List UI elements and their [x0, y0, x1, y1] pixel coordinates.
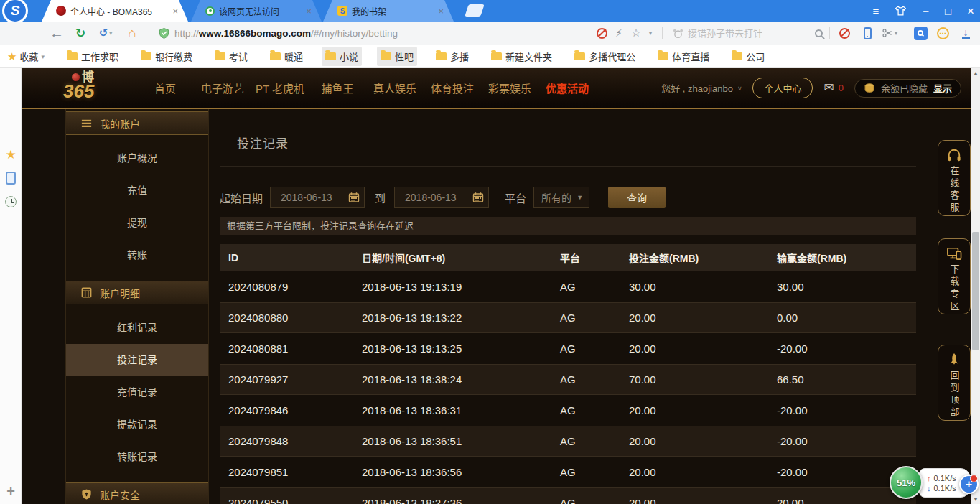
- search-input[interactable]: [688, 24, 806, 42]
- add-panel-icon[interactable]: +: [0, 483, 22, 500]
- sidebar-item-withdrawal-records[interactable]: 提款记录: [66, 409, 208, 441]
- bookmark-folder[interactable]: 性吧: [377, 47, 417, 66]
- menu-icon[interactable]: ≡: [872, 6, 879, 17]
- end-date-picker[interactable]: [394, 187, 489, 208]
- scrollbar-thumb[interactable]: [972, 232, 979, 350]
- sidebar-section-account-details[interactable]: 账户明细: [66, 281, 208, 304]
- bookmark-folder[interactable]: 多播代理公: [571, 47, 639, 66]
- nav-item-live-casino[interactable]: 真人娱乐: [366, 80, 424, 95]
- quick-add-button[interactable]: +: [959, 475, 979, 494]
- bookmark-folder[interactable]: 新建文件夹: [487, 47, 556, 66]
- bookmark-folder[interactable]: 考试: [211, 47, 251, 66]
- sidebar-section-account-security[interactable]: 账户安全: [66, 482, 208, 504]
- bookmark-folder[interactable]: 暖通: [266, 47, 307, 66]
- calendar-icon[interactable]: [472, 192, 484, 205]
- star-caret-icon[interactable]: ▾: [645, 22, 655, 45]
- search-icon[interactable]: [811, 22, 826, 45]
- bookmark-star-icon[interactable]: ☆: [629, 22, 643, 45]
- tab-title: 个人中心 - BOMA365_: [70, 5, 167, 17]
- refresh-icon[interactable]: ↻: [72, 22, 89, 45]
- online-service-button[interactable]: 在线客服: [938, 140, 971, 216]
- back-icon[interactable]: ←: [47, 22, 66, 45]
- close-button[interactable]: ×: [967, 5, 974, 17]
- platform-select[interactable]: 所有的 ▼: [533, 187, 589, 208]
- bookmark-folder[interactable]: 多播: [432, 47, 472, 66]
- home-icon[interactable]: ⌂: [123, 22, 141, 45]
- maximize-button[interactable]: □: [945, 6, 951, 17]
- sidebar-item-transfer[interactable]: 转账: [66, 239, 208, 271]
- back-to-top-button[interactable]: 回到顶部: [938, 345, 971, 421]
- tab-page-unreachable[interactable]: 该网页无法访问 ×: [191, 0, 322, 22]
- download-icon[interactable]: ↓: [958, 22, 974, 45]
- query-button[interactable]: 查询: [608, 187, 666, 208]
- user-greeting[interactable]: 您好 , zhaojianbo ∨: [661, 81, 742, 95]
- minimize-button[interactable]: −: [923, 6, 929, 17]
- tab-close-icon[interactable]: ×: [171, 6, 179, 17]
- device-panel-icon[interactable]: [0, 172, 22, 185]
- bookmark-folder[interactable]: 工作求职: [63, 47, 122, 66]
- site-logo[interactable]: 博 365: [63, 71, 131, 101]
- favorites-menu[interactable]: ★ 收藏 ▾: [7, 50, 45, 63]
- nav-item-home[interactable]: 首页: [136, 80, 194, 95]
- new-tab-button[interactable]: [465, 4, 485, 17]
- nav-item-lottery[interactable]: 彩票娱乐: [481, 80, 538, 95]
- cell-datetime: 2018-06-13 18:36:31: [353, 404, 551, 416]
- sidebar-item-withdraw[interactable]: 提现: [66, 207, 208, 239]
- sidebar-item-betting-records[interactable]: 投注记录: [66, 344, 208, 376]
- tab-bookshelf[interactable]: S 我的书架 ×: [323, 0, 454, 22]
- calendar-icon[interactable]: [348, 192, 360, 205]
- favorites-label: 收藏: [19, 50, 38, 63]
- screenshot-scissors-icon[interactable]: ▾: [880, 22, 899, 45]
- nav-item-fishing[interactable]: 捕鱼王: [309, 80, 366, 95]
- tab-personal-center[interactable]: 个人中心 - BOMA365_ ×: [42, 0, 188, 22]
- personal-center-button[interactable]: 个人中心: [752, 78, 813, 98]
- adblock-icon[interactable]: [837, 22, 851, 45]
- sidebar-item-account-overview[interactable]: 账户概况: [66, 142, 208, 174]
- page-title: 投注记录: [237, 134, 916, 151]
- acceleration-ball[interactable]: 51%: [890, 466, 923, 499]
- table-row: 2024079927 2018-06-13 18:38:24 AG 70.00 …: [220, 364, 916, 395]
- cell-bet-amount: 30.00: [620, 281, 768, 293]
- tab-close-icon[interactable]: ×: [304, 6, 313, 17]
- mail-button[interactable]: ✉ 0: [823, 80, 843, 95]
- history-panel-icon[interactable]: [0, 196, 22, 207]
- browser-logo-icon[interactable]: S: [2, 0, 28, 24]
- nav-item-egames[interactable]: 电子游艺: [194, 80, 251, 95]
- nav-item-sports[interactable]: 体育投注: [424, 80, 481, 95]
- nav-item-promotions[interactable]: 优惠活动: [538, 80, 596, 95]
- sidebar-section-my-account[interactable]: 我的账户: [66, 111, 208, 135]
- cell-win-loss: -20.00: [768, 404, 916, 416]
- table-header-cell: ID: [220, 252, 353, 263]
- scroll-down-arrow[interactable]: ▼: [971, 495, 980, 504]
- favorites-panel-icon[interactable]: ★: [0, 147, 22, 162]
- sidebar-item-deposit[interactable]: 充值: [66, 174, 208, 207]
- more-tools-icon[interactable]: ⋯: [935, 22, 951, 45]
- bookmark-folder[interactable]: 银行缴费: [137, 47, 196, 66]
- page-scrollbar[interactable]: ▲ ▼: [971, 68, 980, 504]
- sidebar-items: 红利记录 投注记录 充值记录 提款记录 转账记录: [66, 304, 208, 480]
- bookmark-folder[interactable]: 公司: [728, 47, 768, 66]
- sidebar-item-transfer-records[interactable]: 转账记录: [66, 441, 208, 473]
- address-bar[interactable]: http://www.16866bomago.com/#/my/history/…: [174, 22, 398, 45]
- tab-close-icon[interactable]: ×: [437, 6, 445, 17]
- scroll-up-arrow[interactable]: ▲: [971, 68, 980, 78]
- download-zone-button[interactable]: 下载专区: [938, 238, 971, 314]
- security-shield-icon[interactable]: [157, 22, 171, 45]
- ledger-icon: [80, 286, 93, 299]
- cell-win-loss: 30.00: [768, 281, 916, 293]
- phone-sync-icon[interactable]: [860, 22, 874, 45]
- folder-icon: [270, 52, 281, 60]
- adblock-icon[interactable]: [594, 22, 609, 45]
- lightning-icon[interactable]: ⚡: [612, 22, 626, 45]
- bookmark-folder[interactable]: 体育直播: [654, 47, 713, 66]
- nav-item-pt-slots[interactable]: PT 老虎机: [251, 80, 309, 95]
- bookmark-folder[interactable]: 小说: [322, 47, 362, 66]
- balance-pill[interactable]: 余额已隐藏 显示: [854, 79, 961, 98]
- undo-icon[interactable]: ↺ ▾: [95, 22, 116, 45]
- sidebar-item-bonus-records[interactable]: 红利记录: [66, 312, 208, 344]
- sidebar-item-deposit-records[interactable]: 充值记录: [66, 376, 208, 409]
- skin-icon[interactable]: [895, 5, 907, 17]
- sogou-search-icon[interactable]: [912, 22, 929, 45]
- show-balance-button[interactable]: 显示: [933, 81, 952, 95]
- start-date-picker[interactable]: [270, 187, 365, 208]
